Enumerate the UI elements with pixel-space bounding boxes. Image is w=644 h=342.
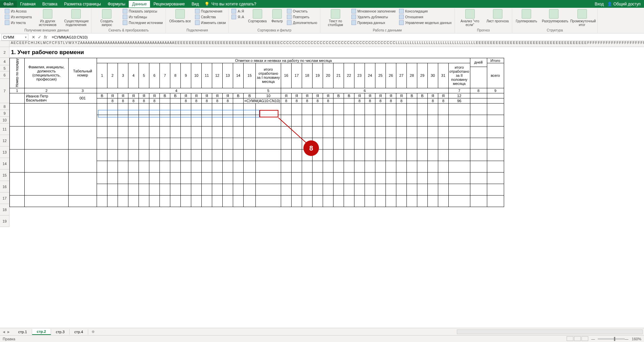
from-web-button[interactable]: Из интернета [4,14,32,20]
name-box[interactable]: СУММ▾ [1,34,28,41]
formulas-tab[interactable]: Формулы [104,1,129,7]
consolidate-button[interactable]: Консолидация [398,8,452,14]
data-tab[interactable]: Данные [129,1,150,7]
ribbon: Из Access Из интернета Из текста Из друг… [0,8,644,33]
editing-cell[interactable]: =СУММ(AG10:CN10) [244,98,281,103]
help-text[interactable]: Что вы хотите сделать? [212,2,256,6]
connections-button[interactable]: Подключения [194,8,227,14]
title-bar: Файл Главная Вставка Разметка страницы Ф… [0,0,644,8]
data-model-button[interactable]: Управление моделью данных [398,20,452,25]
other-sources-button[interactable]: Из других источников [34,8,61,27]
file-tab[interactable]: Файл [0,1,17,7]
relations-button[interactable]: Отношения [398,14,452,20]
show-queries-button[interactable]: Показать запросы [122,8,164,14]
table-row: Иванов Петр Васильевич 001 ВЯЯЯЯЯВВЯЯЯЯЯ… [10,93,504,98]
flash-fill-button[interactable]: Мгновенное заполнение [351,8,396,14]
review-tab[interactable]: Рецензирование [150,1,188,7]
column-headers[interactable]: A E C E E F C H I J K L M C F C F S T L … [9,41,644,47]
col-marks: Отметки о явках и неявках на работу по ч… [97,58,470,63]
group-button[interactable]: Группировать [514,8,538,24]
refresh-all-button[interactable]: Обновить все [168,8,192,24]
group-forecast: Прогноз [457,28,510,33]
subtotal-button[interactable]: Промежуточный итог [569,8,595,27]
sheet-tab-1[interactable]: стр.1 [14,329,32,335]
col-tabnum: Табельный номер [69,58,97,88]
text-to-cols-button[interactable]: Текст по столбцам [322,8,349,27]
col-vsego: всего [487,63,504,88]
cancel-edit-icon[interactable]: ✕ [32,35,35,40]
clear-filter-button[interactable]: Очистить [286,8,318,14]
zoom-slider[interactable] [598,338,625,340]
login-link[interactable]: Вход [595,2,604,6]
pagelayout-tab[interactable]: Разметка страницы [61,1,104,7]
fx-icon[interactable]: fx [44,35,47,40]
col-itogo: Итого [487,58,504,63]
sheet-tabs-bar: ◄ ► стр.1 стр.2 стр.3 стр.4 ⊕ [0,328,644,335]
namebox-dropdown-icon[interactable]: ▾ [25,36,27,39]
cell-emp-name[interactable]: Иванов Петр Васильевич [25,93,69,103]
group-external-data: Получение внешних данных [4,28,89,33]
group-connections: Подключения [168,28,227,33]
status-mode: Правка [3,337,15,341]
view-buttons[interactable] [566,336,589,342]
from-access-button[interactable]: Из Access [4,8,32,14]
insert-tab[interactable]: Вставка [39,1,61,7]
formula-input[interactable]: =СУММ(AG10:CN10) [50,35,644,39]
worksheet[interactable]: A E C E E F C H I J K L M C F C F S T L … [0,41,644,328]
col-num: Номер по порядку [15,59,19,87]
col-fio: Фамилия, инициалы, должность (специально… [25,58,69,88]
data-valid-button[interactable]: Проверка данных [351,20,396,25]
view-tab[interactable]: Вид [188,1,202,7]
existing-conn-button[interactable]: Существующие подключения [63,8,89,27]
help-icon: 💡 [204,2,209,6]
sheet-tab-4[interactable]: стр.4 [70,329,88,335]
sort-button[interactable]: Сортировка [247,8,268,24]
whatif-button[interactable]: Анализ "что если" [457,8,483,27]
from-table-button[interactable]: Из таблицы [122,14,164,20]
select-all-corner[interactable] [0,41,9,47]
report-title: 1. Учет рабочего времени [10,47,504,58]
properties-button[interactable]: Свойства [194,14,227,20]
new-query-button[interactable]: Создать запрос [94,8,120,27]
sheet-tab-2[interactable]: стр.2 [32,329,51,335]
callout-badge: 8 [303,140,319,156]
cell-emp-num[interactable]: 001 [69,93,97,103]
row-headers[interactable]: 2 4 5 6 7 8 9 10 11 12 13 14 15 16 17 18… [0,47,9,227]
col-days: дней [470,58,487,67]
sort-desc-button[interactable]: Я↓А [231,14,245,20]
sheet-tab-3[interactable]: стр.3 [51,329,70,335]
reapply-button[interactable]: Повторить [286,14,318,20]
col-itog1: итого отработано за I половину месяца [256,63,281,88]
horizontal-scrollbar[interactable] [457,329,643,334]
group-transform: Скачать & преобразовать [94,28,164,33]
filter-button[interactable]: Фильтр [270,8,284,24]
col-days-blank [470,67,487,88]
timesheet-table: 1. Учет рабочего времени Номер по порядк… [9,47,504,207]
recent-sources-button[interactable]: Последние источники [122,20,164,25]
formula-bar: СУММ▾ ✕ ✓ fx =СУММ(AG10:CN10) [0,33,644,41]
from-text-button[interactable]: Из текста [4,20,32,25]
status-bar: Правка — — 160% [0,335,644,342]
share-button[interactable]: 👤 Общий доступ [607,2,641,6]
ungroup-button[interactable]: Разгруппировать [541,8,567,24]
group-outline: Структура [514,28,595,33]
zoom-level[interactable]: 160% [632,337,641,341]
forecast-button[interactable]: Лист прогноза [485,8,510,24]
home-tab[interactable]: Главная [17,1,39,7]
group-datatools: Работа с данными [322,28,452,33]
group-sortfilter: Сортировка и фильтр [231,28,318,33]
advanced-filter-button[interactable]: Дополнительно [286,20,318,25]
edit-links-button[interactable]: Изменить связи [194,20,227,25]
add-sheet-button[interactable]: ⊕ [88,329,98,334]
sort-asc-button[interactable]: А↓Я [231,8,245,14]
tab-nav-icons[interactable]: ◄ ► [2,330,10,334]
col-itog2: итого отработано за II половину месяца [448,63,470,88]
remove-dup-button[interactable]: Удалить дубликаты [351,14,396,20]
accept-edit-icon[interactable]: ✓ [38,35,41,40]
